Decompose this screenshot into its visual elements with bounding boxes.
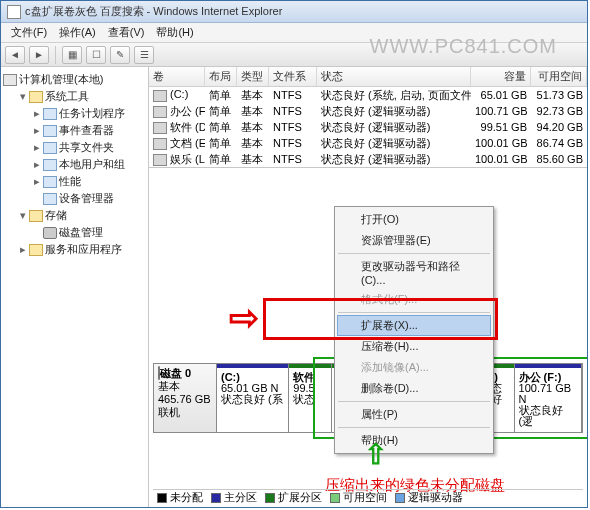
tree-devmgr[interactable]: 设备管理器 bbox=[3, 190, 146, 207]
menu-separator bbox=[338, 253, 490, 254]
users-icon bbox=[43, 159, 57, 171]
col-filesystem[interactable]: 文件系统 bbox=[269, 67, 317, 86]
parent-window-title: c盘扩展卷灰色 百度搜索 - Windows Internet Explorer bbox=[25, 4, 282, 19]
forward-button[interactable]: ► bbox=[29, 46, 49, 64]
legend-extended: 扩展分区 bbox=[265, 490, 322, 505]
nav-tree: 计算机管理(本地) ▾系统工具 ▸任务计划程序 ▸事件查看器 ▸共享文件夹 ▸本… bbox=[1, 67, 149, 507]
disk-label: 磁盘 0 bbox=[160, 367, 191, 379]
volume-header: 卷 布局 类型 文件系统 状态 容量 可用空间 bbox=[149, 67, 587, 87]
perf-icon bbox=[43, 176, 57, 188]
volume-row[interactable]: 文档 (E:)简单基本NTFS状态良好 (逻辑驱动器)100.01 GB86.7… bbox=[149, 135, 587, 151]
tree-storage[interactable]: ▾存储 bbox=[3, 207, 146, 224]
toolbar-button[interactable]: ☐ bbox=[86, 46, 106, 64]
tree-root[interactable]: 计算机管理(本地) bbox=[3, 71, 146, 88]
volume-row[interactable]: (C:)简单基本NTFS状态良好 (系统, 启动, 页面文件, 活动, 主分区)… bbox=[149, 87, 587, 103]
menu-separator bbox=[338, 401, 490, 402]
disk-status: 联机 bbox=[158, 406, 180, 418]
tree-users[interactable]: ▸本地用户和组 bbox=[3, 156, 146, 173]
col-free[interactable]: 可用空间 bbox=[531, 67, 587, 86]
back-button[interactable]: ◄ bbox=[5, 46, 25, 64]
disk-info[interactable]: 磁盘 0 基本 465.76 GB 联机 bbox=[153, 363, 217, 433]
menu-add-mirror: 添加镜像(A)... bbox=[337, 357, 491, 378]
menu-properties[interactable]: 属性(P) bbox=[337, 404, 491, 425]
services-icon bbox=[29, 244, 43, 256]
partition-c[interactable]: (C:)65.01 GB N状态良好 (系 bbox=[217, 364, 289, 432]
tree-shared[interactable]: ▸共享文件夹 bbox=[3, 139, 146, 156]
toolbar-button[interactable]: ✎ bbox=[110, 46, 130, 64]
drive-icon bbox=[153, 106, 167, 118]
legend: 未分配 主分区 扩展分区 可用空间 逻辑驱动器 bbox=[153, 489, 583, 505]
tree-events[interactable]: ▸事件查看器 bbox=[3, 122, 146, 139]
folder-icon bbox=[29, 91, 43, 103]
partition-d[interactable]: 软件99.5状态 bbox=[289, 364, 332, 432]
legend-logical: 逻辑驱动器 bbox=[395, 490, 463, 505]
volume-list: (C:)简单基本NTFS状态良好 (系统, 启动, 页面文件, 活动, 主分区)… bbox=[149, 87, 587, 167]
main-pane: 卷 布局 类型 文件系统 状态 容量 可用空间 (C:)简单基本NTFS状态良好… bbox=[149, 67, 587, 507]
event-icon bbox=[43, 125, 57, 137]
primary-partition-bar bbox=[217, 364, 288, 368]
menu-help[interactable]: 帮助(H) bbox=[337, 430, 491, 451]
legend-unallocated: 未分配 bbox=[157, 490, 203, 505]
disk-icon bbox=[43, 227, 57, 239]
storage-icon bbox=[29, 210, 43, 222]
computer-management-window: c盘扩展卷灰色 百度搜索 - Windows Internet Explorer… bbox=[0, 0, 588, 508]
menubar: 文件(F) 操作(A) 查看(V) 帮助(H) bbox=[1, 23, 587, 43]
menu-file[interactable]: 文件(F) bbox=[7, 25, 51, 40]
computer-icon bbox=[3, 74, 17, 86]
annotation-red-arrow: ⇨ bbox=[229, 300, 259, 336]
logical-partition-bar bbox=[289, 364, 331, 368]
parent-window-titlebar: c盘扩展卷灰色 百度搜索 - Windows Internet Explorer bbox=[1, 1, 587, 23]
drive-icon bbox=[153, 90, 167, 102]
col-capacity[interactable]: 容量 bbox=[471, 67, 531, 86]
drive-icon bbox=[153, 154, 167, 166]
disk-size: 465.76 GB bbox=[158, 393, 211, 405]
col-volume[interactable]: 卷 bbox=[149, 67, 205, 86]
annotation-green-arrow: ⇧ bbox=[364, 441, 387, 469]
separator bbox=[55, 46, 56, 64]
legend-primary: 主分区 bbox=[211, 490, 257, 505]
task-icon bbox=[43, 108, 57, 120]
menu-help[interactable]: 帮助(H) bbox=[152, 25, 197, 40]
disk-meta: 基本 bbox=[158, 380, 180, 392]
menu-delete-volume[interactable]: 删除卷(D)... bbox=[337, 378, 491, 399]
context-menu: 打开(O) 资源管理器(E) 更改驱动器号和路径(C)... 格式化(F)...… bbox=[334, 206, 494, 454]
tree-services[interactable]: ▸服务和应用程序 bbox=[3, 241, 146, 258]
primary-partition-bar bbox=[515, 364, 581, 368]
shared-icon bbox=[43, 142, 57, 154]
volume-row[interactable]: 办公 (F:)简单基本NTFS状态良好 (逻辑驱动器)100.71 GB92.7… bbox=[149, 103, 587, 119]
menu-format: 格式化(F)... bbox=[337, 289, 491, 310]
partition-f2[interactable]: 办公 (F:)100.71 GB N状态良好 (逻 bbox=[515, 364, 582, 432]
tree-diskmgmt[interactable]: 磁盘管理 bbox=[3, 224, 146, 241]
toolbar-button[interactable]: ▦ bbox=[62, 46, 82, 64]
volume-row[interactable]: 娱乐 (L:)简单基本NTFS状态良好 (逻辑驱动器)100.01 GB85.6… bbox=[149, 151, 587, 167]
menu-extend-volume[interactable]: 扩展卷(X)... bbox=[337, 315, 491, 336]
menu-explore[interactable]: 资源管理器(E) bbox=[337, 230, 491, 251]
menu-action[interactable]: 操作(A) bbox=[55, 25, 100, 40]
device-icon bbox=[43, 193, 57, 205]
menu-open[interactable]: 打开(O) bbox=[337, 209, 491, 230]
col-status[interactable]: 状态 bbox=[317, 67, 471, 86]
menu-shrink-volume[interactable]: 压缩卷(H)... bbox=[337, 336, 491, 357]
drive-icon bbox=[153, 138, 167, 150]
toolbar: ◄ ► ▦ ☐ ✎ ☰ bbox=[1, 43, 587, 67]
toolbar-button[interactable]: ☰ bbox=[134, 46, 154, 64]
tree-systools[interactable]: ▾系统工具 bbox=[3, 88, 146, 105]
menu-separator bbox=[338, 427, 490, 428]
drive-icon bbox=[153, 122, 167, 134]
col-layout[interactable]: 布局 bbox=[205, 67, 237, 86]
disk-map: 磁盘 0 基本 465.76 GB 联机 (C:)65.01 GB N状态良好 … bbox=[149, 167, 587, 507]
volume-row[interactable]: 软件 (D:)简单基本NTFS状态良好 (逻辑驱动器)99.51 GB94.20… bbox=[149, 119, 587, 135]
legend-free: 可用空间 bbox=[330, 490, 387, 505]
menu-view[interactable]: 查看(V) bbox=[104, 25, 149, 40]
tree-tasks[interactable]: ▸任务计划程序 bbox=[3, 105, 146, 122]
tree-perf[interactable]: ▸性能 bbox=[3, 173, 146, 190]
menu-change-letter[interactable]: 更改驱动器号和路径(C)... bbox=[337, 256, 491, 289]
col-type[interactable]: 类型 bbox=[237, 67, 269, 86]
menu-separator bbox=[338, 312, 490, 313]
ie-icon bbox=[7, 5, 21, 19]
